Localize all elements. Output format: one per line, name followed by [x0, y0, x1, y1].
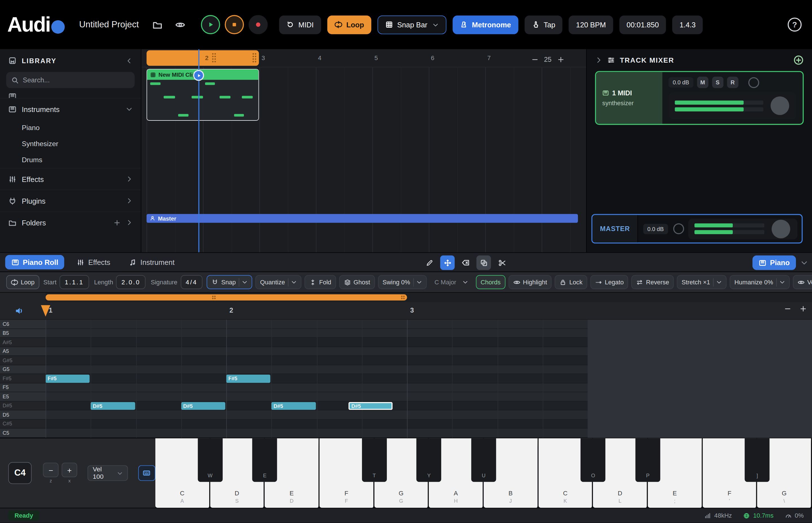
black-key-T[interactable]: T [362, 438, 386, 482]
black-key-P[interactable]: P [636, 438, 660, 482]
mute-button[interactable]: M [697, 77, 708, 88]
library-item-synthesizer[interactable]: Synthesizer [0, 136, 141, 152]
key-select[interactable]: C Major [430, 275, 473, 289]
play-button[interactable] [201, 15, 220, 34]
move-tool-button[interactable] [440, 256, 454, 270]
duplicate-tool-button[interactable] [476, 256, 491, 270]
cut-tool-button[interactable] [494, 256, 509, 270]
mixer-master[interactable]: MASTER 0.0 dB [591, 214, 803, 244]
playhead[interactable] [198, 49, 199, 252]
midi-note-Fs5[interactable]: F#5 [46, 375, 90, 382]
zoom-in-icon[interactable] [799, 305, 807, 312]
chords-toggle[interactable]: Chords [476, 275, 505, 289]
library-item-drums[interactable]: Drums [0, 152, 141, 168]
pan-knob[interactable] [748, 77, 759, 88]
snap-select[interactable]: Snap [207, 275, 252, 289]
reverse-button[interactable]: Reverse [631, 275, 674, 289]
black-key-W[interactable]: W [197, 438, 223, 482]
library-item-piano[interactable]: Piano [0, 120, 141, 136]
black-key-U[interactable]: U [471, 438, 496, 482]
midi-note-Ds5[interactable]: D#5 [348, 402, 393, 410]
collapse-panel-icon[interactable] [595, 56, 602, 64]
midi-note-Fs5[interactable]: F#5 [226, 375, 271, 382]
add-track-icon[interactable] [793, 55, 804, 66]
mixer-track-1[interactable]: 1 MIDI synthesizer 0.0 dB M S R [595, 71, 804, 125]
arrange-ruler[interactable]: 234567 [141, 49, 586, 67]
pr-loop-region[interactable] [46, 294, 407, 301]
loop-handle[interactable] [401, 295, 405, 300]
loop-handle[interactable] [252, 53, 257, 63]
eye-icon[interactable] [175, 19, 186, 30]
black-key-][interactable]: ] [745, 438, 770, 482]
arrange-body[interactable]: New MIDI Clip Master [141, 68, 586, 252]
folder-icon[interactable] [152, 19, 163, 30]
arrange-area[interactable]: 234567 New MIDI Clip Master [141, 49, 586, 252]
field-value[interactable]: 2.0.0 [116, 275, 146, 289]
bpm-display[interactable]: 120 BPM [569, 15, 613, 34]
loop-button[interactable]: Loop [327, 15, 371, 34]
tab-instrument[interactable]: Instrument [122, 255, 181, 269]
field-value[interactable]: 4/4 [181, 275, 203, 289]
preview-speaker-icon[interactable] [14, 306, 24, 315]
library-section-effects[interactable]: Effects [0, 168, 141, 190]
black-key-Y[interactable]: Y [416, 438, 441, 482]
library-section-instruments[interactable]: Instruments [0, 98, 141, 120]
ghost-toggle[interactable]: Ghost [339, 275, 375, 289]
fold-toggle[interactable]: Fold [305, 275, 336, 289]
arrange-loop-region[interactable] [147, 50, 259, 66]
pr-ruler[interactable]: 123 [46, 302, 812, 320]
record-button[interactable] [249, 15, 268, 34]
tab-effects[interactable]: Effects [71, 255, 117, 269]
pr-lanes[interactable]: F#5D#5D#5F#5D#5D#5 [46, 320, 812, 438]
swing-select[interactable]: Swing 0% [378, 275, 427, 289]
metronome-button[interactable]: Metronome [453, 15, 518, 34]
lock-toggle[interactable]: Lock [555, 275, 587, 289]
pr-grid[interactable]: 123 F#5D#5D#5F#5D#5D#5 [46, 293, 812, 438]
tab-piano-roll[interactable]: Piano Roll [5, 255, 64, 269]
help-button[interactable]: ? [788, 17, 802, 32]
loop-handle[interactable] [212, 295, 216, 300]
octave-display[interactable]: C4 [8, 462, 32, 484]
search-input[interactable] [23, 76, 129, 84]
collapse-editor-icon[interactable] [801, 259, 808, 266]
playhead-marker[interactable] [41, 305, 50, 317]
zoom-out-icon[interactable] [531, 56, 539, 63]
stop-button[interactable] [225, 15, 244, 34]
octave-down-button[interactable]: − [43, 463, 59, 477]
midi-button[interactable]: MIDI [279, 15, 321, 34]
stretch-select[interactable]: Stretch ×1 [677, 275, 726, 289]
velocity-select[interactable]: Vel 100 [88, 465, 128, 481]
library-section-plugins[interactable]: Plugins [0, 190, 141, 211]
master-pan-knob[interactable] [673, 223, 684, 234]
master-volume-knob[interactable] [772, 219, 790, 238]
solo-button[interactable]: S [712, 77, 723, 88]
master-volume-db[interactable]: 0.0 dB [643, 224, 668, 234]
pr-loop-strip[interactable] [46, 293, 812, 302]
zoom-in-icon[interactable] [557, 56, 564, 63]
midi-note-Ds5[interactable]: D#5 [271, 402, 316, 410]
midi-note-Ds5[interactable]: D#5 [91, 402, 135, 410]
field-value[interactable]: 1.1.1 [59, 275, 89, 289]
legato-button[interactable]: Legato [590, 275, 628, 289]
track-volume-db[interactable]: 0.0 dB [668, 77, 693, 88]
volume-knob[interactable] [771, 96, 789, 115]
velocity-toggle[interactable]: Velocity [793, 275, 812, 289]
chevron-left-icon[interactable] [126, 57, 133, 64]
tap-tempo-button[interactable]: Tap [524, 15, 563, 34]
highlight-toggle[interactable]: Highlight [508, 275, 552, 289]
zoom-out-icon[interactable] [784, 305, 791, 312]
quantize-select[interactable]: Quantize [256, 275, 302, 289]
arm-button[interactable]: R [727, 77, 738, 88]
black-key-E[interactable]: E [252, 438, 277, 482]
loop-toggle[interactable]: Loop [6, 275, 39, 289]
erase-tool-button[interactable] [458, 256, 473, 270]
search-box[interactable] [6, 72, 135, 88]
add-icon[interactable] [113, 219, 121, 226]
pencil-tool-button[interactable] [422, 256, 436, 270]
midi-note-Ds5[interactable]: D#5 [181, 402, 225, 410]
humanize-select[interactable]: Humanize 0% [730, 275, 790, 289]
master-track-bar[interactable]: Master [147, 214, 578, 223]
loop-handle[interactable] [212, 53, 216, 63]
track-info[interactable]: 1 MIDI synthesizer [596, 72, 662, 124]
black-key-O[interactable]: O [581, 438, 606, 482]
